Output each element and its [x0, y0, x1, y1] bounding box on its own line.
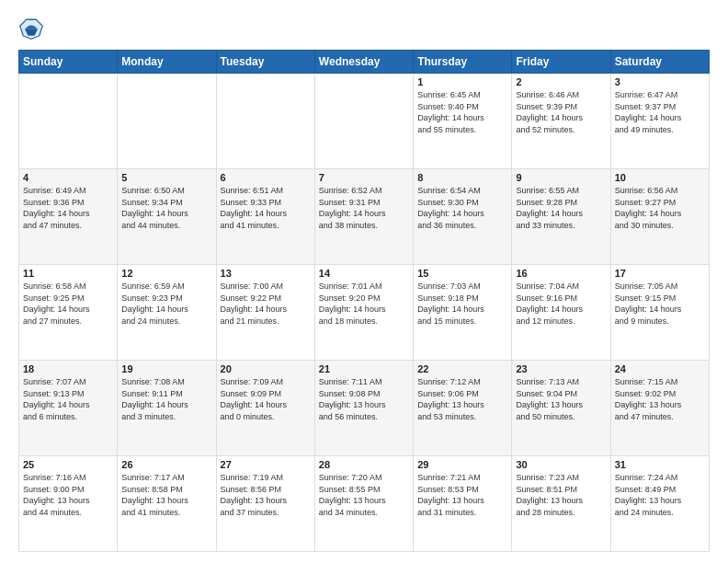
calendar-cell: 8Sunrise: 6:54 AM Sunset: 9:30 PM Daylig… — [414, 169, 512, 265]
day-info: Sunrise: 6:54 AM Sunset: 9:30 PM Dayligh… — [417, 185, 507, 231]
day-number: 17 — [615, 268, 705, 279]
calendar-cell: 28Sunrise: 7:20 AM Sunset: 8:55 PM Dayli… — [314, 456, 413, 552]
calendar-cell: 23Sunrise: 7:13 AM Sunset: 9:04 PM Dayli… — [512, 361, 610, 456]
col-tuesday: Tuesday — [216, 51, 314, 74]
calendar-cell: 31Sunrise: 7:24 AM Sunset: 8:49 PM Dayli… — [610, 456, 709, 552]
calendar-cell: 7Sunrise: 6:52 AM Sunset: 9:31 PM Daylig… — [314, 169, 413, 265]
day-number: 27 — [221, 459, 311, 470]
day-number: 18 — [23, 363, 113, 374]
day-info: Sunrise: 7:15 AM Sunset: 9:02 PM Dayligh… — [615, 376, 705, 422]
day-number: 14 — [319, 268, 409, 279]
day-info: Sunrise: 6:56 AM Sunset: 9:27 PM Dayligh… — [615, 185, 705, 231]
logo-icon — [18, 15, 44, 40]
day-info: Sunrise: 6:45 AM Sunset: 9:40 PM Dayligh… — [417, 89, 507, 135]
day-number: 28 — [319, 459, 409, 470]
day-info: Sunrise: 7:04 AM Sunset: 9:16 PM Dayligh… — [516, 281, 606, 327]
day-number: 29 — [417, 459, 507, 470]
col-saturday: Saturday — [610, 51, 709, 74]
day-info: Sunrise: 7:09 AM Sunset: 9:09 PM Dayligh… — [221, 376, 311, 422]
calendar-cell: 17Sunrise: 7:05 AM Sunset: 9:15 PM Dayli… — [610, 265, 709, 361]
calendar-cell: 12Sunrise: 6:59 AM Sunset: 9:23 PM Dayli… — [118, 265, 216, 361]
day-number: 15 — [417, 268, 507, 279]
calendar-cell: 9Sunrise: 6:55 AM Sunset: 9:28 PM Daylig… — [512, 169, 610, 265]
day-info: Sunrise: 7:07 AM Sunset: 9:13 PM Dayligh… — [23, 376, 113, 422]
day-number: 5 — [121, 172, 211, 183]
day-number: 11 — [23, 268, 113, 279]
calendar-cell: 13Sunrise: 7:00 AM Sunset: 9:22 PM Dayli… — [216, 265, 314, 361]
day-number: 31 — [615, 459, 705, 470]
col-sunday: Sunday — [19, 51, 118, 74]
page: Sunday Monday Tuesday Wednesday Thursday… — [0, 0, 728, 563]
day-number: 16 — [516, 268, 606, 279]
day-info: Sunrise: 6:46 AM Sunset: 9:39 PM Dayligh… — [516, 89, 606, 135]
calendar-cell: 11Sunrise: 6:58 AM Sunset: 9:25 PM Dayli… — [19, 265, 118, 361]
day-info: Sunrise: 7:11 AM Sunset: 9:08 PM Dayligh… — [319, 376, 409, 422]
calendar-cell: 21Sunrise: 7:11 AM Sunset: 9:08 PM Dayli… — [314, 361, 413, 456]
day-info: Sunrise: 6:52 AM Sunset: 9:31 PM Dayligh… — [319, 185, 409, 231]
day-number: 9 — [516, 172, 606, 183]
day-number: 24 — [615, 363, 705, 374]
calendar-cell: 6Sunrise: 6:51 AM Sunset: 9:33 PM Daylig… — [216, 169, 314, 265]
day-number: 2 — [516, 76, 606, 87]
day-info: Sunrise: 7:13 AM Sunset: 9:04 PM Dayligh… — [516, 376, 606, 422]
header — [18, 15, 710, 40]
calendar-cell: 1Sunrise: 6:45 AM Sunset: 9:40 PM Daylig… — [414, 74, 512, 169]
day-number: 19 — [121, 363, 211, 374]
calendar-week-4: 18Sunrise: 7:07 AM Sunset: 9:13 PM Dayli… — [19, 361, 710, 456]
day-number: 1 — [417, 76, 507, 87]
day-number: 20 — [221, 363, 311, 374]
calendar-cell: 27Sunrise: 7:19 AM Sunset: 8:56 PM Dayli… — [216, 456, 314, 552]
day-info: Sunrise: 6:58 AM Sunset: 9:25 PM Dayligh… — [23, 281, 113, 327]
day-number: 13 — [221, 268, 311, 279]
day-info: Sunrise: 7:17 AM Sunset: 8:58 PM Dayligh… — [121, 472, 211, 518]
calendar-cell — [314, 74, 413, 169]
calendar-cell: 25Sunrise: 7:16 AM Sunset: 9:00 PM Dayli… — [19, 456, 118, 552]
day-number: 22 — [417, 363, 507, 374]
calendar-cell: 24Sunrise: 7:15 AM Sunset: 9:02 PM Dayli… — [610, 361, 709, 456]
day-info: Sunrise: 6:49 AM Sunset: 9:36 PM Dayligh… — [23, 185, 113, 231]
calendar-header-row: Sunday Monday Tuesday Wednesday Thursday… — [19, 51, 710, 74]
day-info: Sunrise: 7:24 AM Sunset: 8:49 PM Dayligh… — [615, 472, 705, 518]
day-number: 3 — [615, 76, 705, 87]
calendar-cell: 3Sunrise: 6:47 AM Sunset: 9:37 PM Daylig… — [610, 74, 709, 169]
day-number: 6 — [221, 172, 311, 183]
day-number: 21 — [319, 363, 409, 374]
day-info: Sunrise: 7:19 AM Sunset: 8:56 PM Dayligh… — [221, 472, 311, 518]
calendar-cell: 16Sunrise: 7:04 AM Sunset: 9:16 PM Dayli… — [512, 265, 610, 361]
col-friday: Friday — [512, 51, 610, 74]
day-info: Sunrise: 6:47 AM Sunset: 9:37 PM Dayligh… — [615, 89, 705, 135]
calendar-cell — [19, 74, 118, 169]
day-info: Sunrise: 7:23 AM Sunset: 8:51 PM Dayligh… — [516, 472, 606, 518]
day-info: Sunrise: 6:50 AM Sunset: 9:34 PM Dayligh… — [121, 185, 211, 231]
calendar-cell: 14Sunrise: 7:01 AM Sunset: 9:20 PM Dayli… — [314, 265, 413, 361]
col-wednesday: Wednesday — [314, 51, 413, 74]
calendar-cell: 19Sunrise: 7:08 AM Sunset: 9:11 PM Dayli… — [118, 361, 216, 456]
calendar-cell: 18Sunrise: 7:07 AM Sunset: 9:13 PM Dayli… — [19, 361, 118, 456]
day-number: 8 — [417, 172, 507, 183]
day-info: Sunrise: 6:51 AM Sunset: 9:33 PM Dayligh… — [221, 185, 311, 231]
calendar-cell: 10Sunrise: 6:56 AM Sunset: 9:27 PM Dayli… — [610, 169, 709, 265]
day-number: 23 — [516, 363, 606, 374]
logo — [18, 15, 48, 40]
day-info: Sunrise: 7:05 AM Sunset: 9:15 PM Dayligh… — [615, 281, 705, 327]
day-info: Sunrise: 7:21 AM Sunset: 8:53 PM Dayligh… — [417, 472, 507, 518]
calendar-table: Sunday Monday Tuesday Wednesday Thursday… — [18, 50, 710, 552]
calendar-week-2: 4Sunrise: 6:49 AM Sunset: 9:36 PM Daylig… — [19, 169, 710, 265]
day-info: Sunrise: 6:55 AM Sunset: 9:28 PM Dayligh… — [516, 185, 606, 231]
day-number: 7 — [319, 172, 409, 183]
col-monday: Monday — [118, 51, 216, 74]
day-number: 30 — [516, 459, 606, 470]
day-info: Sunrise: 7:20 AM Sunset: 8:55 PM Dayligh… — [319, 472, 409, 518]
calendar-cell: 5Sunrise: 6:50 AM Sunset: 9:34 PM Daylig… — [118, 169, 216, 265]
calendar-cell — [118, 74, 216, 169]
calendar-cell: 30Sunrise: 7:23 AM Sunset: 8:51 PM Dayli… — [512, 456, 610, 552]
calendar-cell: 29Sunrise: 7:21 AM Sunset: 8:53 PM Dayli… — [414, 456, 512, 552]
day-info: Sunrise: 7:00 AM Sunset: 9:22 PM Dayligh… — [221, 281, 311, 327]
day-number: 4 — [23, 172, 113, 183]
calendar-cell: 15Sunrise: 7:03 AM Sunset: 9:18 PM Dayli… — [414, 265, 512, 361]
day-info: Sunrise: 7:01 AM Sunset: 9:20 PM Dayligh… — [319, 281, 409, 327]
calendar-cell — [216, 74, 314, 169]
calendar-cell: 22Sunrise: 7:12 AM Sunset: 9:06 PM Dayli… — [414, 361, 512, 456]
day-info: Sunrise: 7:03 AM Sunset: 9:18 PM Dayligh… — [417, 281, 507, 327]
day-number: 10 — [615, 172, 705, 183]
